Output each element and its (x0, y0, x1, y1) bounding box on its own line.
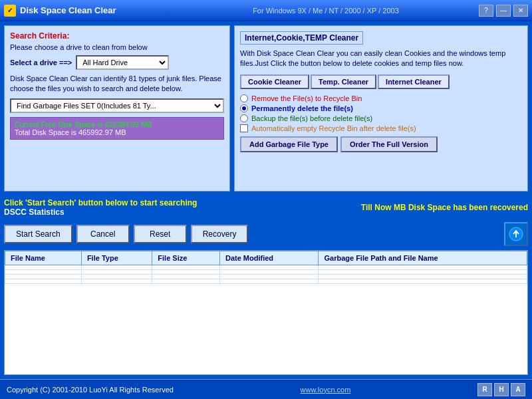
types-desc: Disk Space Clean Clear can identify 81 t… (10, 74, 224, 94)
temp-cleaner-button[interactable]: Temp. Cleaner (311, 74, 376, 89)
checkbox-auto-empty[interactable] (240, 124, 248, 132)
option-auto-empty-label: Automatically empty Recycle Bin after de… (251, 124, 416, 132)
main-content: Search Criteria: Please choose a drive t… (0, 21, 532, 379)
footer: Copyright (C) 2001-2010 LuoYi All Rights… (0, 379, 532, 399)
table-row (5, 279, 527, 284)
recovery-icon[interactable] (504, 222, 528, 246)
disk-info: Current Free Disk Space is 422384.92 MB … (10, 117, 224, 140)
internet-cleaner-button[interactable]: Internet Cleaner (378, 74, 450, 89)
app-subtitle: For Windows 9X / Me / NT / 2000 / XP / 2… (173, 7, 479, 15)
footer-a-button[interactable]: A (511, 383, 525, 396)
option-permanent-label: Permanently delete the file(s) (251, 104, 353, 112)
internet-cleaner-title: Internet,Cookie,TEMP Cleaner (240, 31, 363, 45)
col-file-size: File Size (152, 251, 220, 265)
website-link[interactable]: www.loycn.com (301, 386, 351, 394)
file-table-body (5, 265, 527, 284)
dscc-stats-label: DSCC Statistics (4, 207, 197, 217)
radio-permanent[interactable] (240, 104, 248, 112)
middle-section: Click 'Start Search' button below to sta… (4, 196, 528, 219)
start-search-button[interactable]: Start Search (4, 225, 72, 243)
col-garbage-path: Garbage File Path and File Name (319, 251, 527, 265)
cookie-cleaner-button[interactable]: Cookie Cleaner (240, 74, 309, 89)
cleaner-description: With Disk Space Clean Clear you can easi… (240, 49, 522, 69)
left-panel: Search Criteria: Please choose a drive t… (4, 25, 230, 192)
start-search-hint: Click 'Start Search' button below to sta… (4, 198, 197, 207)
file-table-container: File Name File Type File Size Date Modif… (4, 250, 528, 375)
footer-buttons: R H A (477, 383, 525, 396)
right-panel: Internet,Cookie,TEMP Cleaner With Disk S… (234, 25, 528, 192)
drive-select-row: Select a drive ==> All Hard Drive (10, 55, 224, 70)
left-middle: Click 'Start Search' button below to sta… (4, 198, 197, 217)
total-space: Total Disk Space is 465992.97 MB (15, 128, 219, 136)
cancel-button[interactable]: Cancel (76, 225, 130, 243)
recovery-button[interactable]: Recovery (191, 225, 249, 243)
close-button[interactable]: ✕ (513, 5, 528, 17)
window-controls: ? — ✕ (479, 5, 528, 17)
option-backup-label: Backup the file(s) before delete file(s) (251, 114, 372, 122)
table-row (5, 265, 527, 270)
copyright: Copyright (C) 2001-2010 LuoYi All Rights… (7, 386, 174, 394)
top-panels: Search Criteria: Please choose a drive t… (4, 25, 528, 192)
help-button[interactable]: ? (479, 5, 493, 17)
option-permanent-delete[interactable]: Permanently delete the file(s) (240, 104, 522, 112)
garbage-file-select[interactable]: Find Garbage Files SET 0(Includes 81 Ty.… (10, 98, 224, 113)
garbage-actions: Add Garbage File Type Order The Full Ver… (240, 136, 522, 152)
add-garbage-button[interactable]: Add Garbage File Type (240, 136, 338, 152)
table-row (5, 270, 527, 275)
drive-desc: Please choose a drive to clean from belo… (10, 43, 224, 51)
cleaner-buttons: Cookie Cleaner Temp. Cleaner Internet Cl… (240, 74, 522, 89)
title-bar: ✓ Disk Space Clean Clear For Windows 9X … (0, 0, 532, 21)
drive-label: Select a drive ==> (10, 59, 72, 66)
footer-h-button[interactable]: H (494, 383, 509, 396)
recovery-info: Till Now MB Disk Space has been recovere… (361, 203, 528, 212)
radio-recycle[interactable] (240, 94, 248, 102)
option-recycle-bin[interactable]: Remove the File(s) to Recycle Bin (240, 94, 522, 102)
option-auto-empty[interactable]: Automatically empty Recycle Bin after de… (240, 124, 522, 132)
table-row (5, 275, 527, 279)
app-icon: ✓ (4, 5, 16, 17)
app-title: Disk Space Clean Clear (20, 5, 173, 15)
option-backup[interactable]: Backup the file(s) before delete file(s) (240, 114, 522, 122)
col-file-name: File Name (5, 251, 82, 265)
table-header-row: File Name File Type File Size Date Modif… (5, 251, 527, 265)
footer-r-button[interactable]: R (477, 383, 492, 396)
reset-button[interactable]: Reset (134, 225, 187, 243)
file-table: File Name File Type File Size Date Modif… (5, 251, 527, 284)
free-space: Current Free Disk Space is 422384.92 MB (15, 120, 219, 128)
minimize-button[interactable]: — (496, 5, 511, 17)
radio-backup[interactable] (240, 114, 248, 122)
col-file-type: File Type (81, 251, 152, 265)
action-row: Start Search Cancel Reset Recovery (4, 222, 528, 246)
search-criteria-title: Search Criteria: (10, 31, 224, 41)
col-date-modified: Date Modified (219, 251, 318, 265)
option-recycle-label: Remove the File(s) to Recycle Bin (251, 94, 362, 102)
drive-select[interactable]: All Hard Drive (76, 55, 169, 70)
order-full-button[interactable]: Order The Full Version (340, 136, 438, 152)
